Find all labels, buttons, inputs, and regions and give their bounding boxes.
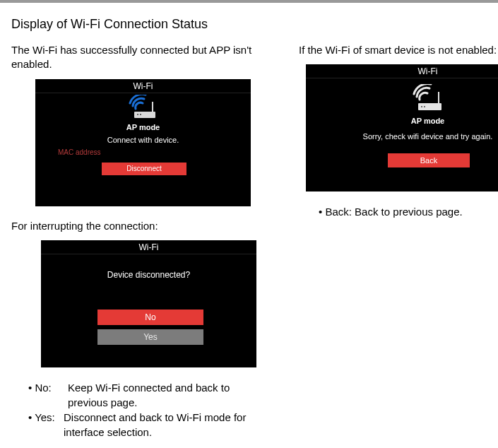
disconnect-prompt-text: Device disconnected? (41, 270, 256, 280)
screenshot-connected: Wi-Fi AP mode Connect with device. MAC a… (35, 79, 251, 206)
wifi-router-icon (129, 95, 158, 119)
mac-address-label: MAC address (58, 148, 101, 156)
bullet-yes-label: • Yes: (28, 410, 62, 440)
screenshot-wifi-disabled: Wi-Fi AP mode Sorry, check wifi device a… (306, 64, 498, 191)
svg-rect-5 (438, 92, 439, 103)
svg-rect-1 (152, 102, 153, 112)
bullet-back-text: • Back: Back to previous page. (319, 204, 463, 219)
bullet-yes-text: Disconnect and back to Wi-Fi mode for in… (62, 410, 256, 440)
svg-point-6 (421, 106, 422, 107)
bullet-no-label: • No: (28, 380, 62, 410)
ap-mode-label: AP mode (411, 117, 444, 125)
left-column: The Wi-Fi has successfully connected but… (11, 40, 256, 440)
wifi-error-text: Sorry, check wifi device and try again. (306, 132, 498, 141)
screen-title: Wi-Fi (306, 66, 498, 78)
bullet-no-text: Keep Wi-Fi connected and back to previou… (62, 380, 256, 410)
svg-point-3 (140, 114, 141, 115)
back-button[interactable]: Back (388, 153, 470, 167)
connect-status-text: Connect with device. (35, 136, 251, 144)
section-title: Display of Wi-Fi Connection Status (11, 17, 487, 32)
screen-title: Wi-Fi (35, 81, 251, 93)
right-column: If the Wi-Fi of smart device is not enab… (299, 40, 498, 219)
bullet-list-left: • No: Keep Wi-Fi connected and back to p… (28, 380, 256, 440)
ap-mode-label: AP mode (126, 123, 160, 131)
wifi-router-icon (412, 84, 444, 111)
disconnect-button[interactable]: Disconnect (102, 163, 186, 175)
page-number: 47 (0, 440, 498, 448)
caption-wifi-not-enabled: If the Wi-Fi of smart device is not enab… (299, 43, 498, 57)
screen-title: Wi-Fi (41, 242, 256, 254)
svg-point-7 (424, 106, 425, 107)
caption-connected-no-app: The Wi-Fi has successfully connected but… (11, 43, 256, 72)
bullet-list-right: • Back: Back to previous page. (319, 204, 498, 219)
yes-button[interactable]: Yes (97, 329, 203, 345)
svg-point-2 (137, 114, 138, 115)
caption-interrupt: For interrupting the connection: (11, 219, 256, 233)
no-button[interactable]: No (97, 310, 203, 325)
screenshot-disconnect-prompt: Wi-Fi Device disconnected? No Yes (41, 240, 256, 367)
